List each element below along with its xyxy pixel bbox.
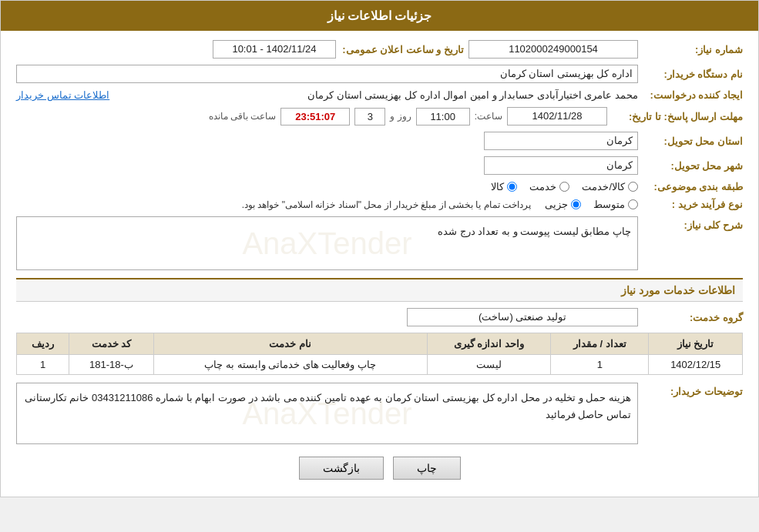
row-deadline: مهلت ارسال پاسخ: تا تاریخ: 1402/11/28 سا… bbox=[16, 107, 743, 125]
creator-value: محمد عامری اختیارآبادی حسابدار و امین ام… bbox=[120, 89, 638, 101]
purchase-type-label: نوع فرآیند خرید : bbox=[643, 199, 743, 210]
row-buyer-notes: توضیحات خریدار: هزینه حمل و تخلیه در محل… bbox=[16, 383, 743, 444]
row-service-group: گروه خدمت: تولید صنعتی (ساخت) bbox=[16, 308, 743, 326]
deadline-time: 11:00 bbox=[416, 108, 470, 125]
deadline-countdown: 23:51:07 bbox=[280, 108, 350, 125]
deadline-remain-label: ساعت باقی مانده bbox=[209, 111, 277, 122]
deadline-days: 3 bbox=[354, 108, 385, 125]
purchase-note: پرداخت تمام یا بخشی از مبلغ خریدار از مح… bbox=[242, 199, 531, 210]
cell-quantity: 1 bbox=[551, 355, 649, 375]
back-button[interactable]: بازگشت bbox=[299, 457, 384, 480]
table-row: 1402/12/15 1 لیست چاپ وفعالیت های خدماتی… bbox=[17, 355, 743, 375]
category-option-service: خدمت bbox=[529, 181, 569, 192]
page-wrapper: جزئیات اطلاعات نیاز شماره نیاز: 11020002… bbox=[0, 0, 759, 497]
purchase-radio-small[interactable] bbox=[571, 199, 581, 209]
col-quantity: تعداد / مقدار bbox=[551, 333, 649, 355]
col-row: ردیف bbox=[17, 333, 69, 355]
category-radio-goods[interactable] bbox=[507, 182, 517, 192]
deadline-time-label: ساعت: bbox=[475, 111, 502, 122]
col-name: نام خدمت bbox=[153, 333, 427, 355]
category-service-label: خدمت bbox=[529, 181, 556, 192]
row-need-number: شماره نیاز: 1102000249000154 تاریخ و ساع… bbox=[16, 40, 743, 59]
category-goods-label: کالا bbox=[491, 181, 504, 192]
col-measure: واحد اندازه گیری bbox=[427, 333, 550, 355]
province-label: استان محل تحویل: bbox=[643, 136, 743, 147]
row-city: شهر محل تحویل: کرمان bbox=[16, 156, 743, 175]
purchase-small-label: جزیی bbox=[545, 199, 568, 210]
deadline-date: 1402/11/28 bbox=[507, 107, 607, 125]
category-radio-goods-service[interactable] bbox=[628, 182, 638, 192]
buyer-notes-label: توضیحات خریدار: bbox=[643, 383, 743, 397]
row-purchase-type: نوع فرآیند خرید : متوسط جزیی پرداخت تمام… bbox=[16, 199, 743, 210]
buyer-notes-value: هزینه حمل و تخلیه در محل اداره کل بهزیست… bbox=[16, 383, 638, 444]
row-buyer-org: نام دستگاه خریدار: اداره کل بهزیستی استا… bbox=[16, 65, 743, 83]
col-code: کد خدمت bbox=[69, 333, 153, 355]
need-number-value: 1102000249000154 bbox=[468, 40, 638, 59]
col-date: تاریخ نیاز bbox=[649, 333, 743, 355]
cell-name: چاپ وفعالیت های خدماتی وابسته به چاپ bbox=[153, 355, 427, 375]
creator-contact-link[interactable]: اطلاعات تماس خریدار bbox=[16, 89, 109, 101]
page-title: جزئیات اطلاعات نیاز bbox=[327, 9, 432, 22]
announcement-label: تاریخ و ساعت اعلان عمومی: bbox=[341, 44, 464, 55]
category-radio-service[interactable] bbox=[559, 182, 569, 192]
service-table: تاریخ نیاز تعداد / مقدار واحد اندازه گیر… bbox=[16, 333, 743, 375]
print-button[interactable]: چاپ bbox=[393, 457, 461, 480]
purchase-medium: متوسط bbox=[593, 199, 638, 210]
category-radio-group: کالا/خدمت خدمت کالا bbox=[491, 181, 638, 192]
page-header: جزئیات اطلاعات نیاز bbox=[1, 1, 758, 31]
purchase-small: جزیی bbox=[545, 199, 581, 210]
service-group-value: تولید صنعتی (ساخت) bbox=[407, 308, 638, 326]
purchase-type-radio-group: متوسط جزیی bbox=[545, 199, 638, 210]
description-label: شرح کلی نیاز: bbox=[643, 216, 743, 231]
description-value: چاپ مطابق لیست پیوست و به تعداد درج شده bbox=[16, 216, 638, 270]
cell-date: 1402/12/15 bbox=[649, 355, 743, 375]
row-category: طبقه بندی موضوعی: کالا/خدمت خدمت کالا bbox=[16, 181, 743, 192]
category-label: طبقه بندی موضوعی: bbox=[643, 181, 743, 192]
category-goods-service-label: کالا/خدمت bbox=[582, 181, 625, 192]
cell-code: ب-18-181 bbox=[69, 355, 153, 375]
category-option-goods-service: کالا/خدمت bbox=[582, 181, 638, 192]
row-creator: ایجاد کننده درخواست: محمد عامری اختیارآب… bbox=[16, 89, 743, 101]
buyer-org-value: اداره کل بهزیستی استان کرمان bbox=[16, 65, 638, 83]
province-value: کرمان bbox=[484, 132, 638, 150]
row-province: استان محل تحویل: کرمان bbox=[16, 132, 743, 150]
city-label: شهر محل تحویل: bbox=[643, 160, 743, 172]
purchase-medium-label: متوسط bbox=[593, 199, 625, 210]
purchase-radio-medium[interactable] bbox=[628, 199, 638, 209]
announcement-value: 1402/11/24 - 10:01 bbox=[213, 40, 336, 59]
button-row: چاپ بازگشت bbox=[16, 457, 743, 480]
buyer-org-label: نام دستگاه خریدار: bbox=[643, 69, 743, 80]
cell-row: 1 bbox=[17, 355, 69, 375]
services-section-title: اطلاعات خدمات مورد نیاز bbox=[16, 278, 743, 302]
content-area: شماره نیاز: 1102000249000154 تاریخ و ساع… bbox=[1, 31, 758, 497]
cell-measure: لیست bbox=[427, 355, 550, 375]
category-option-goods: کالا bbox=[491, 181, 517, 192]
need-number-label: شماره نیاز: bbox=[643, 44, 743, 55]
deadline-label: مهلت ارسال پاسخ: تا تاریخ: bbox=[612, 111, 743, 122]
deadline-days-label: روز و bbox=[390, 111, 411, 122]
service-group-label: گروه خدمت: bbox=[643, 312, 743, 323]
row-description: شرح کلی نیاز: چاپ مطابق لیست پیوست و به … bbox=[16, 216, 743, 270]
city-value: کرمان bbox=[484, 156, 638, 175]
creator-label: ایجاد کننده درخواست: bbox=[643, 89, 743, 101]
